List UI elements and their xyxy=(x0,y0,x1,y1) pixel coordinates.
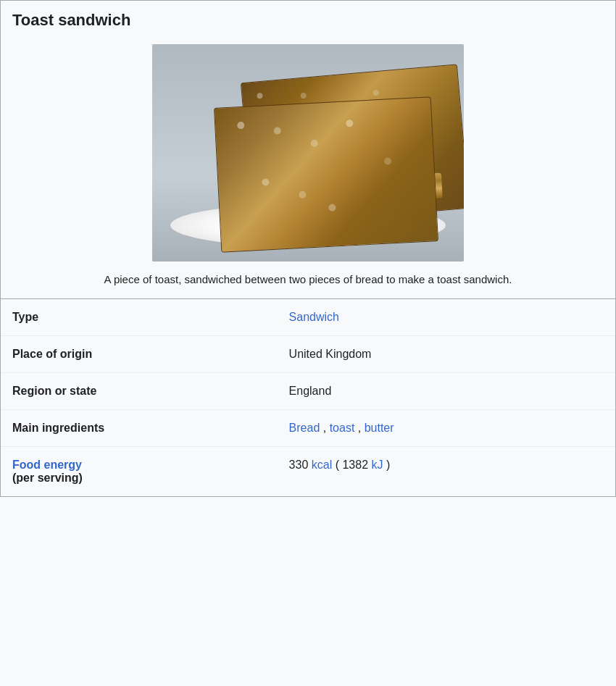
link-text: toast xyxy=(330,422,355,434)
value-text: England xyxy=(289,385,332,397)
link-text: Food energy xyxy=(12,459,82,471)
toast-slice-front xyxy=(214,96,438,252)
comma-1: , xyxy=(323,422,330,434)
table-row: Place of origin United Kingdom xyxy=(1,335,615,372)
label-ingredients: Main ingredients xyxy=(1,409,278,446)
info-table: Type Sandwich Place of origin United Kin… xyxy=(1,299,615,496)
title-text: Toast sandwich xyxy=(12,11,130,29)
page-title: Toast sandwich xyxy=(1,1,615,37)
caption-text: A piece of toast, sandwiched between two… xyxy=(104,273,512,285)
food-image xyxy=(152,44,464,262)
value-type: Sandwich xyxy=(278,299,615,336)
value-place-of-origin: United Kingdom xyxy=(278,335,615,372)
table-row: Region or state England xyxy=(1,372,615,409)
toast-link[interactable]: toast xyxy=(330,422,358,434)
table-row: Type Sandwich xyxy=(1,299,615,336)
kcal-link[interactable]: kcal xyxy=(312,459,336,471)
table-row: Main ingredients Bread , toast , butter xyxy=(1,409,615,446)
value-food-energy: 330 kcal ( 1382 kJ ) xyxy=(278,446,615,496)
kj-link[interactable]: kJ xyxy=(371,459,386,471)
label-text: Type xyxy=(12,311,38,323)
table-row: Food energy (per serving) 330 kcal ( 138… xyxy=(1,446,615,496)
label-text: Region or state xyxy=(12,385,96,397)
label-place-of-origin: Place of origin xyxy=(1,335,278,372)
image-section xyxy=(1,37,615,262)
label-type: Type xyxy=(1,299,278,336)
label-text: Main ingredients xyxy=(12,422,104,434)
value-region: England xyxy=(278,372,615,409)
food-energy-link[interactable]: Food energy xyxy=(12,459,82,471)
paren-open: ( xyxy=(336,459,339,471)
label-food-energy: Food energy (per serving) xyxy=(1,446,278,496)
link-text: butter xyxy=(365,422,394,434)
sandwich-link[interactable]: Sandwich xyxy=(289,311,339,323)
kj-text: kJ xyxy=(371,459,383,471)
link-text: Bread xyxy=(289,422,320,434)
label-region: Region or state xyxy=(1,372,278,409)
comma-2: , xyxy=(358,422,365,434)
infobox: Toast sandwich A piece of toast, sandwic… xyxy=(0,0,616,497)
link-text: Sandwich xyxy=(289,311,339,323)
paren-close: ) xyxy=(386,459,390,471)
value-ingredients: Bread , toast , butter xyxy=(278,409,615,446)
value-text: United Kingdom xyxy=(289,348,372,360)
image-caption: A piece of toast, sandwiched between two… xyxy=(1,262,615,298)
per-serving-text: (per serving) xyxy=(12,472,83,484)
bread-link[interactable]: Bread xyxy=(289,422,323,434)
energy-number: 330 xyxy=(289,459,309,471)
label-text: Place of origin xyxy=(12,348,92,360)
kj-number: 1382 xyxy=(342,459,368,471)
butter-link[interactable]: butter xyxy=(365,422,394,434)
kcal-text: kcal xyxy=(312,459,332,471)
